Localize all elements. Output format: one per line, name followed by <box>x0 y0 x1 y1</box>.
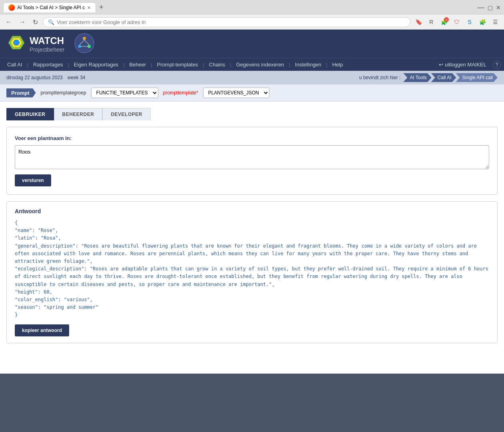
nav-help[interactable]: Help <box>328 58 347 71</box>
logo-sub: Projectbeheer <box>30 46 64 53</box>
breadcrumb-step-1[interactable]: AI Tools <box>403 73 431 82</box>
tab-developer[interactable]: DEVELOPER <box>102 108 151 120</box>
browser-titlebar: AI Tools > Call AI > Single API c ✕ + — … <box>0 0 504 15</box>
browser-chrome: AI Tools > Call AI > Single API c ✕ + — … <box>0 0 504 30</box>
toolbar-icons: 🔖 R 🧩 0 🛡 S 🧩 ☰ <box>413 16 501 28</box>
tab-label: AI Tools > Call AI > Single API c <box>17 5 85 10</box>
input-card-label: Voer een plantnaam in: <box>15 135 489 141</box>
help-circle-button[interactable]: ? <box>493 61 501 69</box>
nav-right: ↩ uitloggen MAIKEL ? <box>436 60 501 69</box>
browser-tab[interactable]: AI Tools > Call AI > Single API c ✕ <box>3 2 96 12</box>
nav-sep-1: | <box>26 62 29 68</box>
account-icon[interactable]: R <box>426 16 437 28</box>
answer-content: { "name": "Rose", "latin": "Rosa", "gene… <box>15 219 489 319</box>
nav-sep-8: | <box>325 62 328 68</box>
tab-gebruiker[interactable]: GEBRUIKER <box>6 108 54 120</box>
extensions-badge: 0 <box>444 17 449 22</box>
forward-button[interactable]: → <box>17 18 28 26</box>
answer-title: Antwoord <box>15 208 489 214</box>
plant-name-input[interactable]: Roos <box>15 145 489 169</box>
nav-sep-2: | <box>67 62 70 68</box>
menu-button[interactable]: ☰ <box>490 16 501 28</box>
logo-icon <box>6 34 26 54</box>
svg-point-4 <box>83 37 86 40</box>
breadcrumb-location: u bevindt zich hier : AI Tools Call AI S… <box>359 73 498 82</box>
extensions-icon[interactable]: 🧩 0 <box>438 16 450 28</box>
address-bar[interactable]: 🔍 <box>43 17 410 27</box>
restore-button[interactable]: ▢ <box>488 4 493 11</box>
prompt-template-select[interactable]: PLANTGEVENS_JSON <box>203 88 269 98</box>
nav-chains[interactable]: Chains <box>205 58 229 71</box>
tab-close-button[interactable]: ✕ <box>87 5 91 10</box>
nav-call-ai[interactable]: Call AI <box>3 58 26 71</box>
prompt-bar: Prompt prompttemplategroep FUNCTIE_TEMPL… <box>0 84 504 102</box>
reload-button[interactable]: ↻ <box>30 18 40 27</box>
svg-point-3 <box>75 34 94 53</box>
nav-sep-3: | <box>122 62 125 68</box>
breadcrumb-location-label: u bevindt zich hier : <box>359 75 400 80</box>
nav-eigen-rapportages[interactable]: Eigen Rapportages <box>70 58 122 71</box>
tab-beheerder[interactable]: BEHEERDER <box>54 108 103 120</box>
nav-instellingen[interactable]: Instellingen <box>291 58 325 71</box>
shield-icon[interactable]: 🛡 <box>451 16 462 28</box>
nav-sep-5: | <box>202 62 205 68</box>
network-icon-container <box>74 33 95 55</box>
content-area: Voer een plantnaam in: Roos versturen An… <box>0 120 504 350</box>
nav-sep-6: | <box>229 62 232 68</box>
skype-icon[interactable]: S <box>464 16 475 28</box>
app-footer <box>0 374 504 398</box>
search-icon: 🔍 <box>48 19 54 25</box>
app-logo: WATCH Projectbeheer <box>6 34 64 54</box>
app-nav: Call AI | Rapportages | Eigen Rapportage… <box>0 58 504 71</box>
close-button[interactable]: ✕ <box>496 4 501 11</box>
nav-sep-4: | <box>150 62 153 68</box>
nav-gegevens-indexeren[interactable]: Gegevens indexeren <box>232 58 288 71</box>
logout-label: uitloggen MAIKEL <box>445 62 486 68</box>
logo-text: WATCH Projectbeheer <box>30 35 64 53</box>
breadcrumb-date: dinsdag 22 augustus 2023 <box>6 75 63 80</box>
nav-prompt-templates[interactable]: Prompt-templates <box>153 58 202 71</box>
copy-answer-button[interactable]: kopieer antwoord <box>15 324 69 336</box>
minimize-button[interactable]: — <box>477 3 484 12</box>
svg-marker-2 <box>13 40 20 45</box>
input-card: Voer een plantnaam in: Roos versturen <box>6 127 498 195</box>
breadcrumb-bar: dinsdag 22 augustus 2023 week 34 u bevin… <box>0 71 504 84</box>
prompt-group-label: prompttemplategroep <box>41 90 86 96</box>
address-input[interactable] <box>57 19 405 25</box>
extensions-button[interactable]: 🧩 <box>477 16 488 28</box>
nav-rapportages[interactable]: Rapportages <box>29 58 67 71</box>
app-header: WATCH Projectbeheer <box>0 30 504 58</box>
back-button[interactable]: ← <box>3 18 14 26</box>
prompt-label: Prompt <box>6 88 36 98</box>
breadcrumb-step-2[interactable]: Call AI <box>431 73 456 82</box>
breadcrumb-week: week 34 <box>68 75 86 80</box>
tab-favicon <box>8 4 15 11</box>
network-icon <box>74 33 95 54</box>
answer-card: Antwoord { "name": "Rose", "latin": "Ros… <box>6 201 498 343</box>
tabs-row: GEBRUIKER BEHEERDER DEVELOPER <box>0 102 504 120</box>
browser-toolbar: ← → ↻ 🔍 🔖 R 🧩 0 🛡 S 🧩 ☰ <box>0 15 504 29</box>
nav-sep-7: | <box>288 62 291 68</box>
logout-icon: ↩ <box>439 62 443 68</box>
logout-button[interactable]: ↩ uitloggen MAIKEL <box>436 60 490 69</box>
new-tab-button[interactable]: + <box>99 3 104 12</box>
breadcrumb-step-3[interactable]: Single API call <box>456 73 498 82</box>
submit-button[interactable]: versturen <box>15 174 51 186</box>
pocket-icon[interactable]: 🔖 <box>413 16 424 28</box>
prompt-template-label: prompttemplate* <box>163 90 198 96</box>
nav-beheer[interactable]: Beheer <box>126 58 150 71</box>
logo-main: WATCH <box>30 35 64 46</box>
prompt-group-select[interactable]: FUNCTIE_TEMPLATES <box>91 88 158 98</box>
app-wrapper: WATCH Projectbeheer Call AI | Rapportage… <box>0 30 504 374</box>
